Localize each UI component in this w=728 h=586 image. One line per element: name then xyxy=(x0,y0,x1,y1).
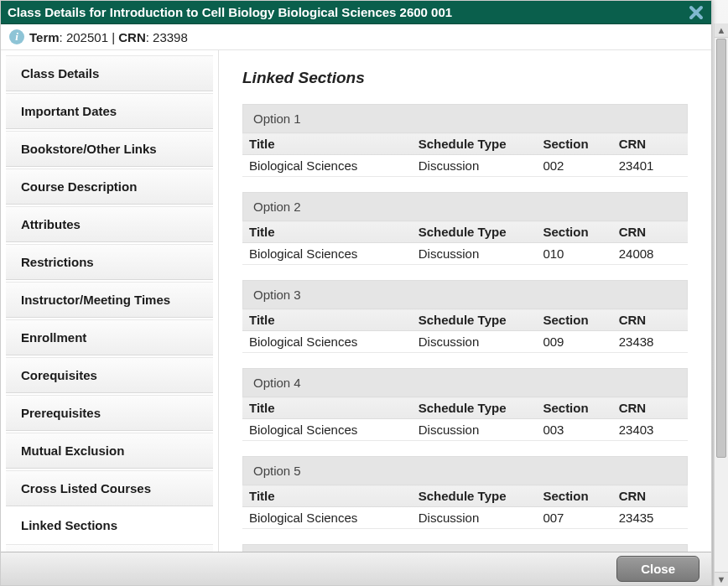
option-header: Option 6 xyxy=(242,544,688,552)
table-cell: 010 xyxy=(536,243,611,265)
option-header: Option 2 xyxy=(242,192,688,220)
scroll-down-arrow[interactable]: ▼ xyxy=(715,572,728,586)
column-header: Schedule Type xyxy=(412,133,537,155)
option-block: Option 5TitleSchedule TypeSectionCRNBiol… xyxy=(242,456,688,529)
sidebar-item[interactable]: Corequisites xyxy=(6,357,213,393)
table-cell: 23435 xyxy=(612,507,688,529)
option-table: TitleSchedule TypeSectionCRNBiological S… xyxy=(242,132,688,177)
table-cell: 007 xyxy=(536,507,611,529)
option-block: Option 1TitleSchedule TypeSectionCRNBiol… xyxy=(242,104,688,177)
sidebar-item[interactable]: Instructor/Meeting Times xyxy=(6,282,213,318)
column-header: Title xyxy=(242,485,412,507)
modal-body: Class DetailsImportant DatesBookstore/Ot… xyxy=(1,50,711,552)
sidebar-item[interactable]: Linked Sections xyxy=(6,508,213,542)
page-scrollbar[interactable]: ▲ ▼ xyxy=(714,23,728,586)
table-cell: Discussion xyxy=(412,419,537,441)
table-cell: 24008 xyxy=(612,243,688,265)
column-header: Section xyxy=(536,133,611,155)
column-header: Title xyxy=(242,309,412,331)
table-cell: Discussion xyxy=(412,155,537,177)
sidebar-item[interactable]: Prerequisites xyxy=(6,395,213,431)
option-table: TitleSchedule TypeSectionCRNBiological S… xyxy=(242,397,688,441)
info-icon: i xyxy=(9,29,24,44)
table-cell: 009 xyxy=(536,331,611,353)
sidebar: Class DetailsImportant DatesBookstore/Ot… xyxy=(1,50,219,552)
close-button[interactable]: Close xyxy=(616,556,699,582)
table-cell: Biological Sciences xyxy=(242,419,412,441)
column-header: Title xyxy=(242,397,412,419)
table-cell: 23403 xyxy=(612,419,688,441)
table-row: Biological SciencesDiscussion00723435 xyxy=(242,507,688,529)
sidebar-item[interactable]: Bookstore/Other Links xyxy=(6,131,213,167)
table-cell: Biological Sciences xyxy=(242,243,412,265)
sidebar-item[interactable]: Cross Listed Courses xyxy=(6,470,213,506)
table-cell: 23401 xyxy=(612,155,688,177)
option-block: Option 2TitleSchedule TypeSectionCRNBiol… xyxy=(242,192,688,265)
sidebar-item[interactable]: Class Details xyxy=(6,55,213,91)
table-cell: 003 xyxy=(536,419,611,441)
term-label: Term xyxy=(29,30,60,44)
titlebar: Class Details for Introduction to Cell B… xyxy=(1,1,711,24)
option-table: TitleSchedule TypeSectionCRNBiological S… xyxy=(242,220,688,265)
option-table: TitleSchedule TypeSectionCRNBiological S… xyxy=(242,309,688,353)
sidebar-item[interactable]: Restrictions xyxy=(6,244,213,280)
table-cell: Discussion xyxy=(412,331,537,353)
option-block: Option 3TitleSchedule TypeSectionCRNBiol… xyxy=(242,280,688,353)
column-header: Schedule Type xyxy=(412,485,537,507)
column-header: CRN xyxy=(612,309,688,331)
column-header: Section xyxy=(536,485,611,507)
crn-label: CRN xyxy=(118,30,146,44)
modal-footer: Close xyxy=(1,552,711,585)
table-cell: 23438 xyxy=(612,331,688,353)
option-table: TitleSchedule TypeSectionCRNBiological S… xyxy=(242,485,688,529)
column-header: Section xyxy=(536,397,611,419)
table-row: Biological SciencesDiscussion00323403 xyxy=(242,419,688,441)
table-cell: Biological Sciences xyxy=(242,507,412,529)
table-cell: Discussion xyxy=(412,507,537,529)
option-header: Option 4 xyxy=(242,368,688,397)
linked-sections-list: Option 1TitleSchedule TypeSectionCRNBiol… xyxy=(242,104,688,552)
option-block: Option 6TitleSchedule TypeSectionCRN xyxy=(242,544,688,552)
table-row: Biological SciencesDiscussion01024008 xyxy=(242,243,688,265)
modal-title: Class Details for Introduction to Cell B… xyxy=(8,1,452,24)
table-row: Biological SciencesDiscussion00223401 xyxy=(242,155,688,177)
class-details-modal: Class Details for Introduction to Cell B… xyxy=(0,0,712,586)
column-header: Schedule Type xyxy=(412,221,537,243)
column-header: CRN xyxy=(612,221,688,243)
content-heading: Linked Sections xyxy=(242,69,688,87)
content-pane[interactable]: Linked Sections Option 1TitleSchedule Ty… xyxy=(219,50,711,552)
term-bar: i Term: 202501 | CRN: 23398 xyxy=(1,24,711,50)
close-icon[interactable] xyxy=(688,4,705,21)
option-header: Option 3 xyxy=(242,280,688,309)
table-row: Biological SciencesDiscussion00923438 xyxy=(242,331,688,353)
scroll-up-arrow[interactable]: ▲ xyxy=(715,23,728,38)
sidebar-item[interactable]: Fees xyxy=(6,544,213,552)
crn-value: 23398 xyxy=(153,30,188,44)
column-header: Section xyxy=(536,221,611,243)
column-header: Title xyxy=(242,221,412,243)
option-header: Option 1 xyxy=(242,104,688,132)
column-header: Schedule Type xyxy=(412,309,537,331)
table-cell: Discussion xyxy=(412,243,537,265)
column-header: CRN xyxy=(612,133,688,155)
sidebar-item[interactable]: Important Dates xyxy=(6,93,213,129)
sidebar-item[interactable]: Mutual Exclusion xyxy=(6,433,213,469)
table-cell: Biological Sciences xyxy=(242,155,412,177)
column-header: CRN xyxy=(612,485,688,507)
column-header: Section xyxy=(536,309,611,331)
column-header: CRN xyxy=(612,397,688,419)
option-block: Option 4TitleSchedule TypeSectionCRNBiol… xyxy=(242,368,688,441)
sidebar-item[interactable]: Attributes xyxy=(6,206,213,242)
option-header: Option 5 xyxy=(242,456,688,485)
column-header: Schedule Type xyxy=(412,397,537,419)
sidebar-item[interactable]: Course Description xyxy=(6,169,213,205)
table-cell: 002 xyxy=(536,155,611,177)
table-cell: Biological Sciences xyxy=(242,331,412,353)
column-header: Title xyxy=(242,133,412,155)
term-value: 202501 xyxy=(66,30,108,44)
sidebar-item[interactable]: Enrollment xyxy=(6,319,213,355)
scroll-thumb[interactable] xyxy=(716,39,726,458)
